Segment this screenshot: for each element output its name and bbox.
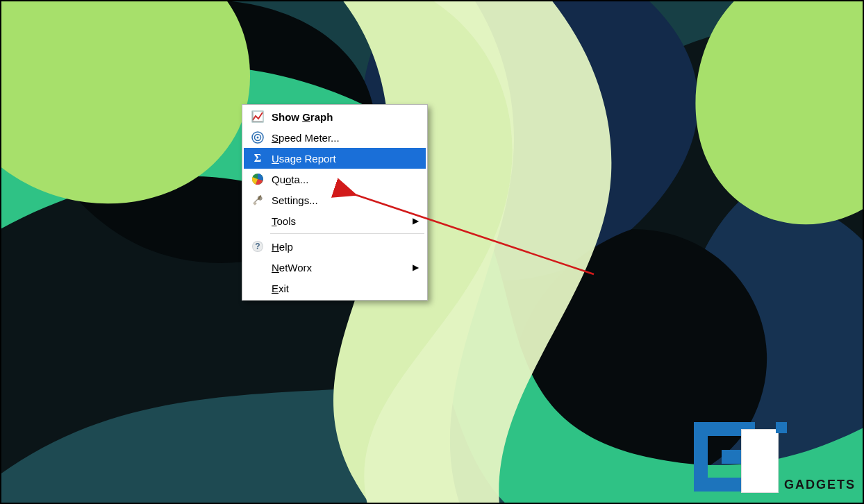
menu-item-help[interactable]: ?Help — [244, 236, 426, 257]
menu-item-networx[interactable]: NetWorx▶ — [244, 257, 426, 278]
pie-icon — [248, 169, 267, 189]
svg-text:Σ: Σ — [254, 152, 261, 164]
svg-rect-9 — [253, 201, 257, 205]
desktop-wallpaper — [0, 0, 864, 504]
svg-point-6 — [257, 137, 259, 139]
blank-icon — [248, 211, 267, 230]
submenu-arrow-icon: ▶ — [413, 216, 419, 226]
menu-item-label: Exit — [272, 283, 412, 294]
menu-item-label: Speed Meter... — [272, 132, 412, 144]
networx-tray-context-menu[interactable]: Show GraphSpeed Meter...ΣUsage ReportQuo… — [242, 104, 428, 301]
menu-separator — [270, 233, 424, 234]
menu-item-show-graph[interactable]: Show Graph — [244, 106, 426, 127]
chart-icon — [248, 107, 267, 126]
help-icon: ? — [248, 237, 267, 256]
menu-item-speed-meter[interactable]: Speed Meter... — [244, 127, 426, 148]
menu-item-label: Quota... — [272, 174, 412, 185]
menu-item-exit[interactable]: Exit — [244, 278, 426, 299]
sigma-icon: Σ — [248, 149, 267, 168]
menu-item-label: Tools — [272, 215, 412, 227]
menu-item-settings[interactable]: Settings... — [244, 190, 426, 210]
wrench-icon — [248, 190, 267, 210]
blank-icon — [248, 258, 267, 277]
menu-item-usage-report[interactable]: ΣUsage Report — [244, 148, 426, 169]
blank-icon — [248, 278, 267, 298]
menu-item-label: Show Graph — [272, 111, 412, 123]
menu-item-quota[interactable]: Quota... — [244, 169, 426, 190]
menu-item-tools[interactable]: Tools▶ — [244, 210, 426, 231]
menu-item-label: Settings... — [272, 194, 412, 206]
submenu-arrow-icon: ▶ — [413, 262, 419, 272]
menu-item-label: NetWorx — [272, 262, 412, 274]
menu-item-label: Usage Report — [272, 153, 412, 165]
menu-item-label: Help — [272, 241, 412, 253]
svg-text:?: ? — [255, 242, 260, 251]
target-icon — [248, 128, 267, 147]
